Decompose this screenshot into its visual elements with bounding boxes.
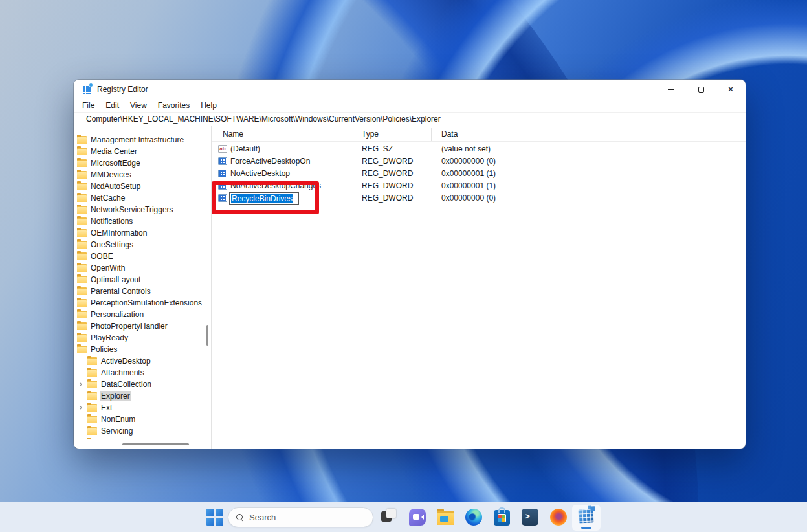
tree-item-perceptionsimulationextensions[interactable]: PerceptionSimulationExtensions <box>74 297 202 309</box>
tree-item-attachments[interactable]: Attachments <box>74 367 202 379</box>
maximize-button[interactable] <box>686 80 716 99</box>
tree-item-photopropertyhandler[interactable]: PhotoPropertyHandler <box>74 320 202 332</box>
value-row-noactivedesktopchanges[interactable]: NoActiveDesktopChangesREG_DWORD0x0000000… <box>212 180 746 192</box>
tree-item-servicing[interactable]: Servicing <box>74 425 202 437</box>
chevron-right-icon[interactable] <box>78 382 82 386</box>
folder-icon <box>87 392 97 400</box>
column-separator[interactable] <box>617 128 617 141</box>
tree-item-label: Notifications <box>89 216 134 227</box>
tree-item-label: MMDevices <box>89 170 133 180</box>
tree-item-label: NonEnum <box>100 414 137 425</box>
tree-vertical-scrollbar[interactable] <box>206 325 208 346</box>
start-icon <box>216 518 223 526</box>
dword-value-icon <box>218 157 227 165</box>
column-header-name[interactable]: Name <box>223 126 243 142</box>
list-header: Name Type Data <box>212 126 746 142</box>
value-name: ForceActiveDesktopOn <box>230 155 310 168</box>
value-name: NoActiveDesktop <box>230 168 290 180</box>
tree-item-nonenum[interactable]: NonEnum <box>74 414 202 425</box>
folder-icon <box>77 229 87 237</box>
tree-item-label: Explorer <box>100 391 131 401</box>
value-row-recyclebindrives[interactable]: RecycleBinDrivesREG_DWORD0x00000000 (0) <box>212 192 746 205</box>
edge-icon <box>469 513 478 521</box>
tree-item-system[interactable]: System <box>74 437 202 439</box>
tree-item-label: Media Center <box>89 146 138 157</box>
tree-item-oobe[interactable]: OOBE <box>74 250 202 262</box>
tree-item-activedesktop[interactable]: ActiveDesktop <box>74 355 202 367</box>
firefox-button[interactable] <box>550 509 567 526</box>
tree-item-explorer[interactable]: Explorer <box>74 390 202 402</box>
tree-item-label: Policies <box>89 344 118 355</box>
value-row-forceactivedesktopon[interactable]: ForceActiveDesktopOnREG_DWORD0x00000000 … <box>212 155 746 168</box>
value-data: 0x00000001 (1) <box>441 180 496 192</box>
column-header-type[interactable]: Type <box>362 126 379 142</box>
value-data: 0x00000001 (1) <box>441 168 496 180</box>
chat-button[interactable] <box>409 509 426 526</box>
folder-icon <box>77 159 87 167</box>
folder-icon <box>77 311 87 318</box>
start-button[interactable] <box>206 509 223 526</box>
minimize-button[interactable] <box>656 80 686 99</box>
tree-item-playready[interactable]: PlayReady <box>74 332 202 344</box>
tree-item-onesettings[interactable]: OneSettings <box>74 239 202 250</box>
chevron-right-icon[interactable] <box>78 406 82 410</box>
file-explorer-button[interactable] <box>437 511 454 525</box>
tree-item-microsoftedge[interactable]: MicrosoftEdge <box>74 157 202 169</box>
rename-edit-box[interactable]: RecycleBinDrives <box>229 192 299 205</box>
column-separator[interactable] <box>355 128 355 141</box>
tree-item-ext[interactable]: Ext <box>74 402 202 414</box>
search-box[interactable]: Search <box>228 507 373 527</box>
edge-browser-button[interactable] <box>465 509 482 526</box>
tree-item-personalization[interactable]: Personalization <box>74 309 202 320</box>
address-bar[interactable]: Computer\HKEY_LOCAL_MACHINE\SOFTWARE\Mic… <box>74 113 746 126</box>
folder-icon <box>77 183 87 190</box>
close-button[interactable]: ✕ <box>716 80 746 99</box>
tree-item-label: Ext <box>100 403 113 413</box>
folder-icon <box>87 427 97 435</box>
tree-item-optimallayout[interactable]: OptimalLayout <box>74 274 202 285</box>
tree-item-netcache[interactable]: NetCache <box>74 192 202 204</box>
value-data: 0x00000000 (0) <box>441 155 496 168</box>
tree-item-notifications[interactable]: Notifications <box>74 216 202 227</box>
value-type: REG_DWORD <box>362 180 413 192</box>
close-icon: ✕ <box>727 85 734 93</box>
tree-item-label: PhotoPropertyHandler <box>89 321 169 331</box>
window-controls: ✕ <box>656 80 746 99</box>
registry-editor-taskbar-button[interactable] <box>572 505 601 531</box>
tree-item-label: PlayReady <box>89 333 129 343</box>
tree-item-parental-controls[interactable]: Parental Controls <box>74 285 202 297</box>
dword-value-icon <box>218 182 227 190</box>
tree-item-oeminformation[interactable]: OEMInformation <box>74 227 202 239</box>
value-row-default[interactable]: ab(Default)REG_SZ(value not set) <box>212 143 746 155</box>
store-icon <box>498 514 506 522</box>
tree-item-datacollection[interactable]: DataCollection <box>74 379 202 390</box>
tree-item-openwith[interactable]: OpenWith <box>74 262 202 274</box>
title-bar[interactable]: Registry Editor ✕ <box>74 80 746 99</box>
powershell-icon: >_ <box>525 513 535 522</box>
tree-item-networkservicetriggers[interactable]: NetworkServiceTriggers <box>74 204 202 216</box>
folder-icon <box>77 252 87 260</box>
tree-item-media-center[interactable]: Media Center <box>74 146 202 157</box>
menu-favorites[interactable]: Favorites <box>158 101 190 110</box>
tree-item-mmdevices[interactable]: MMDevices <box>74 169 202 181</box>
tree-item-label: NetCache <box>89 193 126 203</box>
tree-item-ncdautosetup[interactable]: NcdAutoSetup <box>74 181 202 192</box>
tree-item-policies[interactable]: Policies <box>74 344 202 355</box>
tree-item-label: OEMInformation <box>89 228 148 238</box>
column-header-data[interactable]: Data <box>441 126 458 142</box>
menu-edit[interactable]: Edit <box>105 101 119 110</box>
folder-icon <box>77 171 87 179</box>
registry-editor-window: Registry Editor ✕ FileEditViewFavoritesH… <box>74 80 746 449</box>
menu-help[interactable]: Help <box>201 101 217 110</box>
column-separator[interactable] <box>431 128 432 141</box>
microsoft-store-button[interactable] <box>494 510 510 526</box>
tree-horizontal-scrollbar[interactable] <box>122 443 189 445</box>
folder-icon <box>77 346 87 353</box>
tree-item-management-infrastructure[interactable]: Management Infrastructure <box>74 134 202 146</box>
task-view-button[interactable] <box>381 509 398 526</box>
menu-view[interactable]: View <box>130 101 147 110</box>
powershell-button[interactable]: >_ <box>522 509 538 526</box>
folder-icon <box>87 357 97 365</box>
menu-file[interactable]: File <box>82 101 94 110</box>
value-row-noactivedesktop[interactable]: NoActiveDesktopREG_DWORD0x00000001 (1) <box>212 168 746 180</box>
